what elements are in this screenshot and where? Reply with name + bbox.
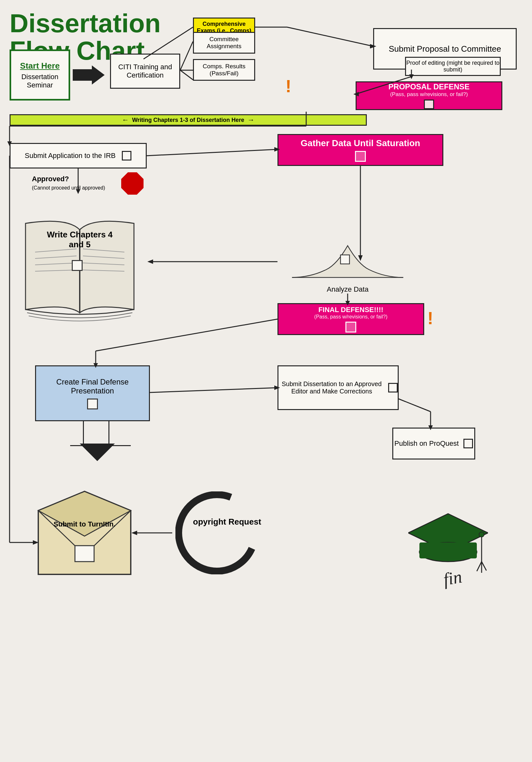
final-defense-checkbox[interactable]	[345, 322, 356, 333]
svg-point-16	[179, 495, 255, 571]
copyright-circle-icon	[175, 492, 258, 574]
copyright-label: opyright Request	[193, 517, 261, 527]
stand-triangle	[80, 443, 115, 461]
gather-data-box: Gather Data Until Saturation	[278, 134, 443, 166]
svg-point-20	[479, 532, 484, 537]
exclamation-icon-2: !	[428, 308, 433, 328]
svg-line-30	[287, 27, 373, 46]
start-here-box: Start Here Dissertation Seminar	[10, 49, 70, 101]
submit-dissertation-box: Submit Dissertation to an Approved Edito…	[278, 365, 399, 410]
stand-line-1	[83, 421, 84, 447]
svg-line-27	[180, 70, 193, 80]
publish-proquest-box: Publish on ProQuest	[392, 427, 475, 460]
big-arrow-icon	[73, 65, 104, 85]
red-octagon-icon	[121, 172, 144, 194]
book-illustration: Write Chapters 4 and 5	[10, 204, 150, 326]
comps-results-box: Comps. Results (Pass/Fail)	[193, 59, 255, 81]
analyze-data-area: Analyze Data	[278, 230, 418, 294]
stand-line-2	[108, 421, 109, 447]
graduation-cap-icon	[408, 510, 488, 574]
write-chapters-label: Write Chapters 4 and 5	[41, 230, 118, 250]
gather-data-checkbox[interactable]	[355, 151, 366, 162]
approved-label: Approved? (Cannot proceed until approved…	[32, 175, 105, 191]
irb-box: Submit Application to the IRB	[10, 143, 147, 169]
svg-line-40	[147, 149, 278, 156]
publish-proquest-checkbox[interactable]	[463, 439, 473, 448]
svg-line-56	[399, 399, 431, 412]
turnitin-label: Submit to TurnItIn.	[53, 520, 116, 528]
turnitin-envelope: Submit to TurnItIn.	[35, 488, 134, 577]
svg-line-24	[482, 562, 486, 571]
svg-line-54	[150, 388, 278, 393]
create-presentation-box: Create Final Defense Presentation	[35, 365, 150, 421]
svg-rect-15	[75, 546, 94, 562]
svg-rect-10	[341, 255, 350, 264]
committee-assignments-box: Committee Assignments	[193, 32, 255, 54]
writing-bar: ← Writing Chapters 1-3 of Dissertation H…	[10, 114, 367, 126]
svg-line-25	[180, 41, 193, 70]
write-chapters-checkbox[interactable]	[72, 260, 83, 271]
irb-checkbox[interactable]	[122, 151, 131, 161]
create-presentation-checkbox[interactable]	[87, 399, 98, 410]
citi-box: CITI Training and Certification	[110, 54, 180, 89]
proposal-defense-checkbox[interactable]	[424, 100, 434, 109]
svg-line-22	[477, 562, 482, 571]
svg-rect-19	[420, 543, 477, 559]
proof-editing-box: Proof of editing (might be required to s…	[405, 57, 501, 76]
final-defense-box: FINAL DEFENSE!!!! (Pass, pass w/revision…	[278, 303, 424, 335]
exclamation-icon-1: !	[286, 76, 291, 96]
fin-label: fin	[442, 567, 463, 589]
submit-dissertation-checkbox[interactable]	[388, 383, 398, 393]
proposal-defense-box: PROPOSAL DEFENSE (Pass, pass w/revisions…	[356, 81, 502, 110]
